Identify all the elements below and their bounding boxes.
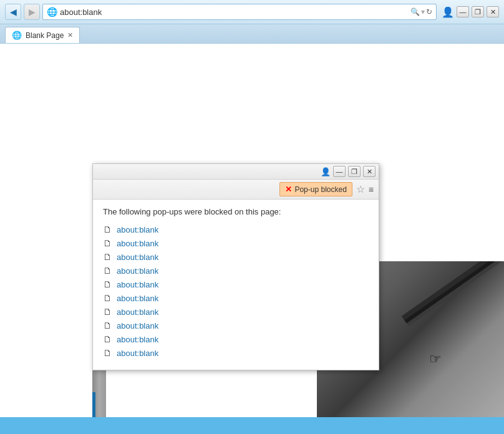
popup-list-content: The following pop-ups were blocked on th… xyxy=(93,200,379,370)
address-bar-container: 🌐 about:blank 🔍 ▾ ↻ xyxy=(42,4,437,20)
back-button[interactable]: ◀ xyxy=(5,4,21,20)
popup-link-4[interactable]: about:blank xyxy=(117,266,158,276)
popup-item-3: 🗋 about:blank xyxy=(103,250,369,264)
popup-item-5: 🗋 about:blank xyxy=(103,277,369,291)
browser-content: 👤 — ❐ ✕ ✕ Pop-up blocked ☆ ≡ The followi… xyxy=(0,44,504,417)
address-bar-text[interactable]: about:blank xyxy=(60,7,408,17)
popup-link-6[interactable]: about:blank xyxy=(117,294,158,303)
bg-diagonal-stripe xyxy=(402,261,504,321)
profile-icon-panel: 👤 xyxy=(321,167,331,176)
popup-link-5[interactable]: about:blank xyxy=(117,280,158,289)
minimize-button[interactable]: — xyxy=(457,6,469,17)
favorites-star-icon[interactable]: ☆ xyxy=(356,183,365,195)
popup-item-4: 🗋 about:blank xyxy=(103,264,369,277)
notification-bar: ✕ Pop-up blocked ☆ ≡ xyxy=(93,180,379,200)
doc-icon-1: 🗋 xyxy=(103,224,112,234)
ie-logo-icon: 🌐 xyxy=(47,7,57,17)
browser-chrome: ◀ ▶ 🌐 about:blank 🔍 ▾ ↻ 👤 — ❐ ✕ 🌐 Blank … xyxy=(0,0,504,44)
tab-ie-icon: 🌐 xyxy=(12,31,22,40)
popup-item-7: 🗋 about:blank xyxy=(103,305,369,319)
tab-title: Blank Page xyxy=(26,31,64,40)
doc-icon-10: 🗋 xyxy=(103,348,112,358)
panel-header-bar: 👤 — ❐ ✕ xyxy=(93,164,379,180)
active-tab[interactable]: 🌐 Blank Page ✕ xyxy=(5,27,80,43)
left-accent xyxy=(92,392,95,417)
browser-toolbar: ◀ ▶ 🌐 about:blank 🔍 ▾ ↻ 👤 — ❐ ✕ xyxy=(0,0,504,24)
panel-close-button[interactable]: ✕ xyxy=(363,166,376,177)
popup-item-1: 🗋 about:blank xyxy=(103,223,369,236)
popup-item-6: 🗋 about:blank xyxy=(103,291,369,305)
menu-icon[interactable]: ≡ xyxy=(369,185,374,195)
popup-link-8[interactable]: about:blank xyxy=(117,321,158,330)
popup-item-10: 🗋 about:blank xyxy=(103,346,369,360)
doc-icon-7: 🗋 xyxy=(103,307,112,317)
popup-blocked-badge[interactable]: ✕ Pop-up blocked xyxy=(279,182,352,196)
profile-icon[interactable]: 👤 xyxy=(442,6,454,18)
address-bar-actions: 🔍 ▾ ↻ xyxy=(410,7,432,16)
doc-icon-3: 🗋 xyxy=(103,252,112,262)
search-icon[interactable]: 🔍 xyxy=(410,7,420,16)
popup-link-2[interactable]: about:blank xyxy=(117,239,158,248)
doc-icon-6: 🗋 xyxy=(103,293,112,303)
popup-link-1[interactable]: about:blank xyxy=(117,225,158,234)
popup-link-7[interactable]: about:blank xyxy=(117,307,158,317)
popup-item-2: 🗋 about:blank xyxy=(103,236,369,250)
restore-button[interactable]: ❐ xyxy=(472,6,484,17)
popup-item-8: 🗋 about:blank xyxy=(103,319,369,332)
panel-minimize-button[interactable]: — xyxy=(333,166,346,177)
forward-button[interactable]: ▶ xyxy=(24,4,40,20)
popup-link-10[interactable]: about:blank xyxy=(117,349,158,358)
doc-icon-5: 🗋 xyxy=(103,279,112,289)
tabs-bar: 🌐 Blank Page ✕ xyxy=(0,24,504,43)
doc-icon-4: 🗋 xyxy=(103,266,112,276)
popup-blocked-x-icon: ✕ xyxy=(285,185,292,194)
doc-icon-8: 🗋 xyxy=(103,321,112,330)
popup-description: The following pop-ups were blocked on th… xyxy=(103,207,369,216)
cursor-pointer-indicator: ☞ xyxy=(429,351,442,367)
popup-link-9[interactable]: about:blank xyxy=(117,335,158,344)
popup-item-9: 🗋 about:blank xyxy=(103,332,369,346)
popup-link-3[interactable]: about:blank xyxy=(117,253,158,262)
doc-icon-9: 🗋 xyxy=(103,334,112,344)
doc-icon-2: 🗋 xyxy=(103,238,112,248)
popup-blocked-label: Pop-up blocked xyxy=(294,185,346,194)
panel-restore-button[interactable]: ❐ xyxy=(348,166,361,177)
refresh-icon[interactable]: ↻ xyxy=(426,7,432,16)
popup-blocked-panel: 👤 — ❐ ✕ ✕ Pop-up blocked ☆ ≡ The followi… xyxy=(92,163,379,370)
close-button[interactable]: ✕ xyxy=(487,6,499,17)
tab-close-icon[interactable]: ✕ xyxy=(67,31,73,39)
